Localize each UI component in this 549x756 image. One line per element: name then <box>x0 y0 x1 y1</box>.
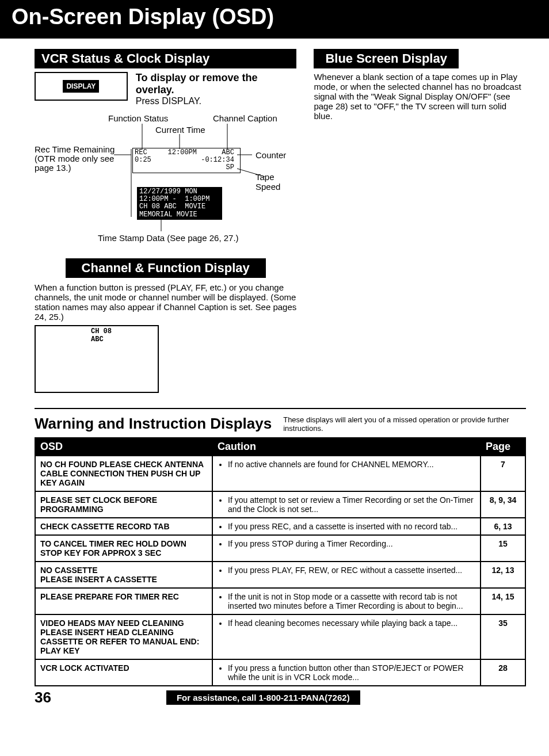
section-vcr-status: VCR Status & Clock Display DISPLAY To di… <box>35 49 296 246</box>
label-function-status: Function Status <box>108 113 168 123</box>
table-row: NO CASSETTE PLEASE INSERT A CASSETTEIf y… <box>35 562 525 588</box>
cell-caution: If the unit is not in Stop mode or a cas… <box>212 588 481 614</box>
cell-osd: TO CANCEL TIMER REC HOLD DOWN STOP KEY F… <box>35 535 212 562</box>
page-number: 36 <box>35 689 51 707</box>
cell-caution: If no active channels are found for CHAN… <box>212 456 481 491</box>
osd-black1: 12/27/1999 MON <box>139 188 197 196</box>
th-page: Page <box>481 438 525 456</box>
warning-subtitle: These displays will alert you of a misse… <box>283 415 526 433</box>
osd-status-box: REC 12:00PM ABC 0:25 -0:12:34 SP <box>132 148 241 173</box>
channel-osd-line2: ABC <box>91 335 154 343</box>
osd-line3: SP <box>135 163 234 171</box>
overlay-plain: Press DISPLAY. <box>136 96 201 106</box>
cell-page: 14, 15 <box>481 588 525 614</box>
content-area: VCR Status & Clock Display DISPLAY To di… <box>0 39 549 686</box>
osd-black2: 12:00PM - 1:00PM <box>139 195 209 203</box>
cell-caution: If you press PLAY, FF, REW, or REC witho… <box>212 562 481 588</box>
cell-osd: VIDEO HEADS MAY NEED CLEANING PLEASE INS… <box>35 614 212 659</box>
cell-osd: CHECK CASSETTE RECORD TAB <box>35 518 212 535</box>
label-rec-remain-3: page 13.) <box>35 163 71 173</box>
page-title-bar: On-Screen Display (OSD) <box>0 0 549 39</box>
osd-black4: MEMORIAL MOVIE <box>139 211 197 219</box>
footer: 36 For assistance, call 1-800-211-PANA(7… <box>0 689 549 712</box>
cell-page: 12, 13 <box>481 562 525 588</box>
section-blue-screen: Blue Screen Display Whenever a blank sec… <box>314 49 526 121</box>
th-osd: OSD <box>35 438 212 456</box>
osd-black3: CH 08 ABC MOVIE <box>139 203 205 211</box>
cell-caution: If you attempt to set or review a Timer … <box>212 491 481 518</box>
warning-title: Warning and Instruction Displays <box>35 415 272 433</box>
label-current-time: Current Time <box>155 125 205 135</box>
th-caution: Caution <box>212 438 481 456</box>
osd-line2: 0:25 -0:12:34 <box>135 156 234 164</box>
table-row: VCR LOCK ACTIVATEDIf you press a functio… <box>35 659 525 686</box>
table-row: PLEASE SET CLOCK BEFORE PROGRAMMINGIf yo… <box>35 491 525 518</box>
cell-caution: If head cleaning becomes necessary while… <box>212 614 481 659</box>
osd-diagram: Function Status Current Time Channel Cap… <box>35 113 296 246</box>
cell-page: 8, 9, 34 <box>481 491 525 518</box>
cell-page: 28 <box>481 659 525 686</box>
channel-paragraph: When a function button is pressed (PLAY,… <box>35 282 296 322</box>
cell-osd: PLEASE PREPARE FOR TIMER REC <box>35 588 212 614</box>
table-row: TO CANCEL TIMER REC HOLD DOWN STOP KEY F… <box>35 535 525 562</box>
cell-osd: VCR LOCK ACTIVATED <box>35 659 212 686</box>
cell-caution: If you press a function button other tha… <box>212 659 481 686</box>
cell-caution: If you press STOP during a Timer Recordi… <box>212 535 481 562</box>
cell-page: 35 <box>481 614 525 659</box>
blue-paragraph: Whenever a blank section of a tape comes… <box>314 72 526 121</box>
table-row: NO CH FOUND PLEASE CHECK ANTENNA CABLE C… <box>35 456 525 491</box>
label-time-stamp: Time Stamp Data (See page 26, 27.) <box>98 233 239 243</box>
table-row: VIDEO HEADS MAY NEED CLEANING PLEASE INS… <box>35 614 525 659</box>
channel-osd-box: CH 08 ABC <box>35 325 159 393</box>
page-title: On-Screen Display (OSD) <box>12 5 537 29</box>
separator <box>35 408 526 409</box>
section-header-vcr: VCR Status & Clock Display <box>35 49 296 68</box>
section-header-blue: Blue Screen Display <box>314 49 459 68</box>
display-button-graphic: DISPLAY <box>35 72 128 101</box>
label-channel-caption: Channel Caption <box>213 113 277 123</box>
label-tape-speed: Tape Speed <box>256 172 296 192</box>
label-rec-remain-1: Rec Time Remaining <box>35 144 115 154</box>
cell-caution: If you press REC, and a cassette is inse… <box>212 518 481 535</box>
table-row: PLEASE PREPARE FOR TIMER RECIf the unit … <box>35 588 525 614</box>
cell-page: 7 <box>481 456 525 491</box>
osd-timestamp-box: 12/27/1999 MON 12:00PM - 1:00PM CH 08 AB… <box>137 187 222 220</box>
display-button-label: DISPLAY <box>63 80 99 93</box>
assistance-bar: For assistance, call 1-800-211-PANA(7262… <box>166 690 360 705</box>
osd-line1: REC 12:00PM ABC <box>135 148 234 156</box>
warning-heading-row: Warning and Instruction Displays These d… <box>35 415 526 433</box>
label-counter: Counter <box>256 150 286 160</box>
section-header-channel: Channel & Function Display <box>66 258 266 278</box>
cell-osd: NO CASSETTE PLEASE INSERT A CASSETTE <box>35 562 212 588</box>
section-channel-function: Channel & Function Display When a functi… <box>35 258 296 393</box>
cell-osd: NO CH FOUND PLEASE CHECK ANTENNA CABLE C… <box>35 456 212 491</box>
warning-table: OSD Caution Page NO CH FOUND PLEASE CHEC… <box>35 437 526 686</box>
table-row: CHECK CASSETTE RECORD TABIf you press RE… <box>35 518 525 535</box>
overlay-instruction: To display or remove the overlay. Press … <box>136 72 297 106</box>
channel-osd-line1: CH 08 <box>91 327 154 335</box>
overlay-bold: To display or remove the overlay. <box>136 72 258 96</box>
cell-page: 6, 13 <box>481 518 525 535</box>
label-rec-remain-2: (OTR mode only see <box>35 154 114 163</box>
cell-osd: PLEASE SET CLOCK BEFORE PROGRAMMING <box>35 491 212 518</box>
cell-page: 15 <box>481 535 525 562</box>
